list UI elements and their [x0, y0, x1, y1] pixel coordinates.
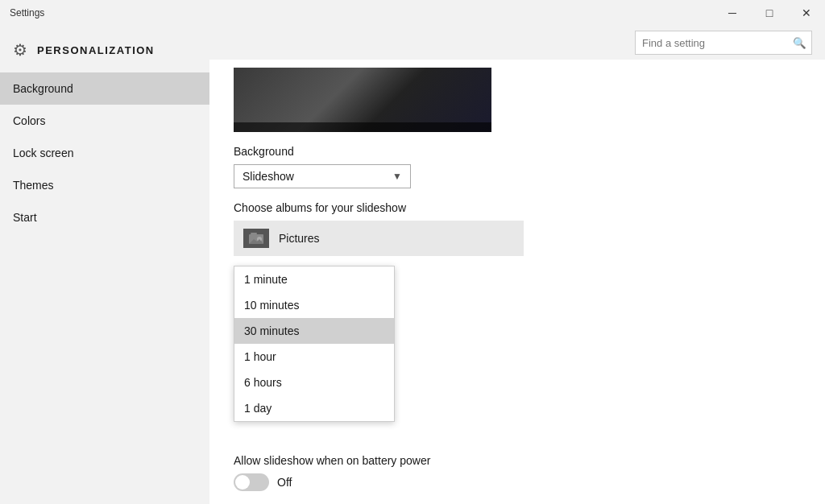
preview-taskbar — [234, 122, 491, 132]
toggle-row: Off — [234, 473, 801, 491]
search-button[interactable]: 🔍 — [787, 31, 811, 55]
sidebar-item-background-label: Background — [13, 82, 73, 95]
close-button[interactable]: ✕ — [788, 0, 825, 26]
maximize-button[interactable]: □ — [751, 0, 788, 26]
right-pane: 🔍 Background Slideshow ▼ Choose albums f… — [209, 26, 825, 504]
search-box: 🔍 — [635, 31, 812, 55]
sidebar: ⚙ PERSONALIZATION Background Colors Lock… — [0, 26, 209, 504]
sidebar-item-themes-label: Themes — [13, 179, 54, 192]
interval-option-6hours[interactable]: 6 hours — [234, 370, 394, 395]
title-bar-title: Settings — [10, 7, 44, 19]
toggle-off-label: Off — [277, 476, 292, 489]
background-type-value: Slideshow — [243, 170, 294, 183]
sidebar-header: ⚙ PERSONALIZATION — [0, 34, 209, 72]
main-inner: Background Slideshow ▼ Choose albums for… — [209, 60, 825, 504]
main-content: Background Slideshow ▼ Choose albums for… — [209, 60, 825, 504]
album-row: Pictures — [234, 221, 524, 256]
background-type-dropdown[interactable]: Slideshow ▼ — [234, 164, 411, 188]
background-preview — [234, 68, 491, 132]
battery-slideshow-toggle[interactable] — [234, 473, 269, 491]
sidebar-item-themes[interactable]: Themes — [0, 169, 209, 201]
interval-dropdown-popup: 1 minute 10 minutes 30 minutes 1 hour 6 … — [234, 266, 395, 422]
interval-option-10min[interactable]: 10 minutes — [234, 292, 394, 318]
title-bar-left: Settings — [10, 7, 44, 19]
sidebar-item-lockscreen-label: Lock screen — [13, 147, 73, 159]
sidebar-item-background[interactable]: Background — [0, 72, 209, 105]
app-body: ⚙ PERSONALIZATION Background Colors Lock… — [0, 26, 825, 504]
sidebar-item-colors[interactable]: Colors — [0, 105, 209, 137]
browse-and-interval: Browse 1 minute 10 minutes 30 minutes 1 … — [234, 266, 801, 293]
title-bar-controls: ─ □ ✕ — [714, 0, 825, 26]
sidebar-item-start[interactable]: Start — [0, 201, 209, 233]
interval-option-30min[interactable]: 30 minutes — [234, 318, 394, 344]
sidebar-item-colors-label: Colors — [13, 114, 45, 127]
sidebar-item-lockscreen[interactable]: Lock screen — [0, 137, 209, 169]
svg-rect-1 — [251, 233, 257, 234]
allow-slideshow-label: Allow slideshow when on battery power — [234, 454, 801, 467]
allow-slideshow-row: Allow slideshow when on battery power Of… — [234, 454, 801, 491]
top-bar: 🔍 — [209, 26, 825, 60]
background-section-label: Background — [234, 145, 801, 158]
interval-option-1day[interactable]: 1 day — [234, 395, 394, 421]
toggle-thumb — [235, 475, 250, 490]
interval-option-1hour[interactable]: 1 hour — [234, 344, 394, 370]
sidebar-nav: Background Colors Lock screen Themes Sta… — [0, 72, 209, 233]
minimize-button[interactable]: ─ — [714, 0, 751, 26]
title-bar: Settings ─ □ ✕ — [0, 0, 825, 26]
album-name: Pictures — [279, 232, 320, 245]
chevron-down-icon: ▼ — [392, 171, 402, 182]
album-icon — [243, 229, 269, 248]
sidebar-item-start-label: Start — [13, 211, 37, 224]
sidebar-title: PERSONALIZATION — [37, 44, 155, 56]
choose-albums-label: Choose albums for your slideshow — [234, 201, 801, 214]
interval-option-1min[interactable]: 1 minute — [234, 266, 394, 292]
search-input[interactable] — [636, 37, 787, 49]
gear-icon: ⚙ — [13, 40, 27, 60]
